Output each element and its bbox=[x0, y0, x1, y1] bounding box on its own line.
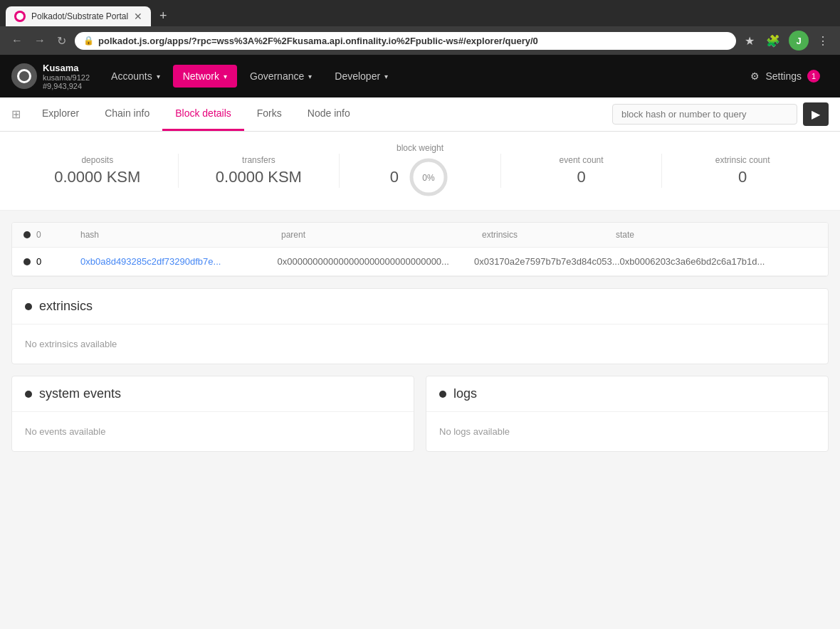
parent-hash: 0x000000000000000000000000000000... bbox=[277, 256, 473, 267]
extrinsics-dot-icon bbox=[25, 303, 32, 310]
logs-section: logs No logs available bbox=[426, 376, 829, 452]
nav-governance[interactable]: Governance ▾ bbox=[240, 65, 322, 88]
tab-node-info[interactable]: Node info bbox=[295, 97, 363, 131]
reload-button[interactable]: ↻ bbox=[54, 31, 69, 51]
block-table: 0 hash parent extrinsics state 0 0xb0a8d… bbox=[11, 222, 829, 277]
event-count-stat: event count 0 bbox=[501, 155, 662, 186]
developer-chevron-icon: ▾ bbox=[384, 73, 388, 80]
grid-icon: ⊞ bbox=[11, 107, 21, 121]
network-name: Kusama bbox=[43, 63, 90, 73]
logo-icon bbox=[11, 63, 37, 89]
user-avatar[interactable]: J bbox=[789, 31, 809, 51]
tab-block-details[interactable]: Block details bbox=[162, 97, 244, 131]
col-header-parent: parent bbox=[281, 230, 482, 240]
gauge-circle: 0% bbox=[407, 156, 450, 199]
tab-close-button[interactable]: ✕ bbox=[134, 11, 142, 22]
lock-icon: 🔒 bbox=[83, 36, 94, 46]
transfers-stat: transfers 0.0000 KSM bbox=[179, 155, 340, 186]
tab-chain-info[interactable]: Chain info bbox=[92, 97, 162, 131]
block-weight-stat: block weight 0 0% bbox=[340, 143, 500, 199]
back-button[interactable]: ← bbox=[9, 31, 26, 50]
menu-button[interactable]: ⋮ bbox=[814, 31, 831, 51]
search-submit-button[interactable]: ▶ bbox=[803, 102, 829, 126]
tab-favicon bbox=[14, 11, 26, 22]
browser-tab[interactable]: Polkadot/Substrate Portal ✕ bbox=[6, 6, 151, 26]
logs-title: logs bbox=[453, 386, 477, 401]
bookmark-button[interactable]: ★ bbox=[742, 31, 757, 51]
col-header-state: state bbox=[616, 230, 817, 240]
events-dot-icon bbox=[25, 391, 32, 398]
accounts-chevron-icon: ▾ bbox=[157, 73, 160, 80]
logo-area[interactable]: Kusama kusama/9122 #9,943,924 bbox=[11, 63, 90, 90]
events-empty-message: No events available bbox=[12, 412, 414, 451]
url-text: polkadot.js.org/apps/?rpc=wss%3A%2F%2Fku… bbox=[98, 36, 538, 46]
tab-forks[interactable]: Forks bbox=[244, 97, 295, 131]
governance-chevron-icon: ▾ bbox=[308, 73, 312, 80]
nav-settings[interactable]: ⚙ Settings 1 bbox=[742, 64, 829, 88]
block-hash-link[interactable]: 0xb0a8d493285c2df73290dfb7e... bbox=[80, 256, 277, 267]
deposits-stat: deposits 0.0000 KSM bbox=[17, 155, 178, 186]
new-tab-button[interactable]: + bbox=[154, 6, 173, 26]
logs-empty-message: No logs available bbox=[426, 412, 828, 451]
url-bar[interactable]: 🔒 polkadot.js.org/apps/?rpc=wss%3A%2F%2F… bbox=[75, 32, 736, 50]
extrinsics-title: extrinsics bbox=[39, 299, 93, 314]
nav-network[interactable]: Network ▾ bbox=[173, 65, 237, 88]
forward-button[interactable]: → bbox=[31, 31, 48, 50]
tab-explorer[interactable]: Explorer bbox=[29, 97, 92, 131]
state-hash: 0xb0006203c3a6e6bd2c6a17b1d... bbox=[620, 256, 817, 267]
nav-accounts[interactable]: Accounts ▾ bbox=[101, 65, 170, 88]
col-header-extrinsics: extrinsics bbox=[482, 230, 616, 240]
gear-icon: ⚙ bbox=[750, 70, 760, 82]
row-dot-icon bbox=[23, 258, 31, 265]
extrinsics-empty-message: No extrinsics available bbox=[12, 324, 828, 364]
col-header-hash: hash bbox=[80, 230, 281, 240]
tab-title: Polkadot/Substrate Portal bbox=[31, 11, 128, 21]
block-number: #9,943,924 bbox=[43, 82, 90, 90]
system-events-section: system events No events available bbox=[11, 376, 414, 452]
block-search-input[interactable] bbox=[612, 104, 797, 125]
logs-dot-icon bbox=[439, 391, 446, 398]
network-chevron-icon: ▾ bbox=[224, 73, 227, 80]
extensions-button[interactable]: 🧩 bbox=[763, 31, 783, 51]
settings-badge: 1 bbox=[807, 70, 820, 83]
stats-bar: deposits 0.0000 KSM transfers 0.0000 KSM… bbox=[0, 132, 840, 211]
table-row: 0 0xb0a8d493285c2df73290dfb7e... 0x00000… bbox=[12, 248, 828, 276]
nav-developer[interactable]: Developer ▾ bbox=[325, 65, 398, 88]
network-sub: kusama/9122 bbox=[43, 73, 90, 82]
col-header-block: 0 bbox=[23, 230, 80, 240]
logo-info: Kusama kusama/9122 #9,943,924 bbox=[43, 63, 90, 90]
extrinsics-section: extrinsics No extrinsics available bbox=[11, 288, 829, 364]
events-title: system events bbox=[39, 386, 121, 401]
svg-text:0%: 0% bbox=[422, 173, 435, 183]
extrinsics-hash: 0x03170a2e7597b7b7e3d84c053... bbox=[474, 256, 620, 267]
extrinsic-count-stat: extrinsic count 0 bbox=[662, 155, 823, 186]
